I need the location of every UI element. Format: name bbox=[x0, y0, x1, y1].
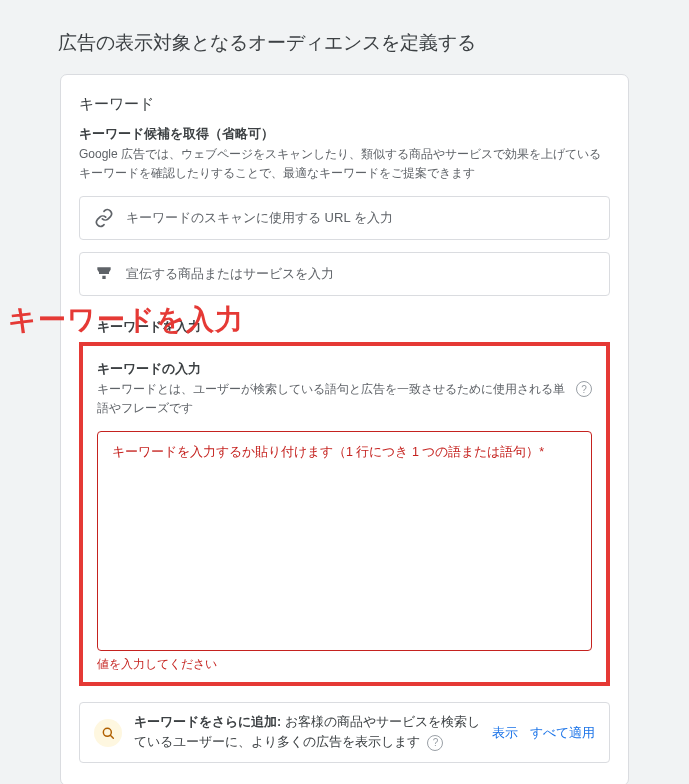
storefront-icon bbox=[94, 264, 114, 284]
product-service-placeholder: 宣伝する商品またはサービスを入力 bbox=[126, 265, 334, 283]
keyword-input-heading: キーワードの入力 bbox=[97, 360, 592, 378]
page-title: 広告の表示対象となるオーディエンスを定義する bbox=[0, 0, 689, 74]
add-more-keywords-text: キーワードをさらに追加: お客様の商品やサービスを検索しているユーザーに、より多… bbox=[134, 713, 480, 752]
help-icon[interactable]: ? bbox=[576, 381, 592, 397]
audience-card: キーワード キーワード候補を取得（省略可） Google 広告では、ウェブページ… bbox=[60, 74, 629, 784]
url-scan-placeholder: キーワードのスキャンに使用する URL を入力 bbox=[126, 209, 393, 227]
keyword-input-highlight-box: キーワードの入力 キーワードとは、ユーザーが検索している語句と広告を一致させるた… bbox=[79, 342, 610, 686]
svg-line-1 bbox=[110, 735, 113, 738]
product-service-input[interactable]: 宣伝する商品またはサービスを入力 bbox=[79, 252, 610, 296]
show-button[interactable]: 表示 bbox=[492, 724, 518, 742]
keyword-suggestion-description: Google 広告では、ウェブページをスキャンしたり、類似する商品やサービスで効… bbox=[79, 145, 610, 182]
link-icon bbox=[94, 208, 114, 228]
apply-all-button[interactable]: すべて適用 bbox=[530, 724, 595, 742]
keyword-error-message: 値を入力してください bbox=[97, 657, 592, 672]
keywords-heading: キーワード bbox=[79, 95, 610, 114]
keyword-input-description: キーワードとは、ユーザーが検索している語句と広告を一致させるために使用される単語… bbox=[97, 380, 568, 417]
add-more-keywords-box: キーワードをさらに追加: お客様の商品やサービスを検索しているユーザーに、より多… bbox=[79, 702, 610, 763]
keyword-suggestion-subheading: キーワード候補を取得（省略可） bbox=[79, 126, 610, 143]
keyword-textarea[interactable]: キーワードを入力するか貼り付けます（1 行につき 1 つの語または語句）* bbox=[97, 431, 592, 651]
keyword-textarea-placeholder: キーワードを入力するか貼り付けます（1 行につき 1 つの語または語句）* bbox=[112, 445, 544, 459]
help-icon[interactable]: ? bbox=[427, 735, 443, 751]
red-annotation-label: キーワードを入力 bbox=[8, 301, 244, 339]
url-scan-input[interactable]: キーワードのスキャンに使用する URL を入力 bbox=[79, 196, 610, 240]
magnifier-icon bbox=[94, 719, 122, 747]
add-more-keywords-bold: キーワードをさらに追加: bbox=[134, 715, 281, 729]
